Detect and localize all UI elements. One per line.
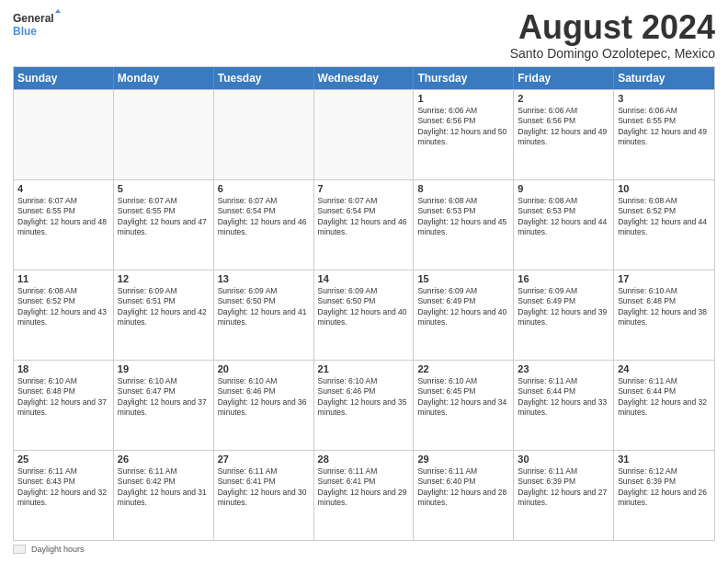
- calendar-cell: 20Sunrise: 6:10 AMSunset: 6:46 PMDayligh…: [214, 361, 314, 450]
- calendar-cell: [314, 90, 415, 179]
- cell-info: Sunrise: 6:08 AMSunset: 6:53 PMDaylight:…: [417, 196, 509, 238]
- location-subtitle: Santo Domingo Ozolotepec, Mexico: [510, 46, 715, 61]
- day-number: 17: [618, 273, 711, 284]
- calendar-header-cell: Saturday: [614, 67, 714, 89]
- calendar-header-cell: Sunday: [14, 67, 114, 89]
- calendar-cell: 1Sunrise: 6:06 AMSunset: 6:56 PMDaylight…: [414, 90, 514, 179]
- day-number: 11: [17, 273, 109, 284]
- day-number: 9: [518, 183, 609, 194]
- calendar-cell: [214, 90, 314, 179]
- header: General Blue August 2024 Santo Domingo O…: [13, 9, 715, 61]
- cell-info: Sunrise: 6:09 AMSunset: 6:50 PMDaylight:…: [318, 286, 410, 328]
- cell-info: Sunrise: 6:06 AMSunset: 6:55 PMDaylight:…: [618, 106, 711, 148]
- legend-swatch: [13, 545, 26, 554]
- day-number: 15: [417, 273, 509, 284]
- calendar: SundayMondayTuesdayWednesdayThursdayFrid…: [13, 66, 715, 541]
- logo-svg: General Blue: [13, 9, 61, 42]
- calendar-cell: 30Sunrise: 6:11 AMSunset: 6:39 PMDayligh…: [514, 451, 614, 540]
- legend-label: Daylight hours: [31, 545, 85, 554]
- calendar-cell: 28Sunrise: 6:11 AMSunset: 6:41 PMDayligh…: [314, 451, 415, 540]
- cell-info: Sunrise: 6:11 AMSunset: 6:39 PMDaylight:…: [518, 466, 609, 509]
- calendar-cell: 23Sunrise: 6:11 AMSunset: 6:44 PMDayligh…: [514, 361, 614, 450]
- svg-marker-2: [55, 9, 61, 13]
- day-number: 22: [417, 363, 509, 374]
- day-number: 8: [417, 183, 509, 194]
- cell-info: Sunrise: 6:06 AMSunset: 6:56 PMDaylight:…: [417, 106, 509, 148]
- calendar-cell: [114, 90, 214, 179]
- cell-info: Sunrise: 6:12 AMSunset: 6:39 PMDaylight:…: [618, 466, 711, 509]
- calendar-cell: 21Sunrise: 6:10 AMSunset: 6:46 PMDayligh…: [314, 361, 415, 450]
- cell-info: Sunrise: 6:09 AMSunset: 6:49 PMDaylight:…: [417, 286, 509, 328]
- day-number: 13: [218, 273, 310, 284]
- calendar-header-cell: Friday: [514, 67, 614, 89]
- cell-info: Sunrise: 6:07 AMSunset: 6:55 PMDaylight:…: [118, 196, 210, 238]
- day-number: 26: [118, 454, 210, 465]
- day-number: 3: [618, 93, 711, 104]
- cell-info: Sunrise: 6:11 AMSunset: 6:43 PMDaylight:…: [17, 466, 109, 509]
- cell-info: Sunrise: 6:11 AMSunset: 6:42 PMDaylight:…: [118, 466, 210, 509]
- calendar-cell: 18Sunrise: 6:10 AMSunset: 6:48 PMDayligh…: [14, 361, 114, 450]
- calendar-cell: 3Sunrise: 6:06 AMSunset: 6:55 PMDaylight…: [614, 90, 714, 179]
- calendar-cell: 15Sunrise: 6:09 AMSunset: 6:49 PMDayligh…: [414, 270, 514, 360]
- cell-info: Sunrise: 6:09 AMSunset: 6:50 PMDaylight:…: [218, 286, 310, 328]
- calendar-cell: 17Sunrise: 6:10 AMSunset: 6:48 PMDayligh…: [614, 270, 714, 360]
- cell-info: Sunrise: 6:10 AMSunset: 6:46 PMDaylight:…: [318, 376, 410, 419]
- day-number: 6: [218, 183, 310, 194]
- calendar-cell: 7Sunrise: 6:07 AMSunset: 6:54 PMDaylight…: [314, 180, 415, 270]
- day-number: 4: [17, 183, 109, 194]
- calendar-cell: 4Sunrise: 6:07 AMSunset: 6:55 PMDaylight…: [14, 180, 114, 270]
- calendar-cell: 12Sunrise: 6:09 AMSunset: 6:51 PMDayligh…: [114, 270, 214, 360]
- day-number: 19: [118, 363, 210, 374]
- calendar-cell: 25Sunrise: 6:11 AMSunset: 6:43 PMDayligh…: [14, 451, 114, 540]
- calendar-week-row: 1Sunrise: 6:06 AMSunset: 6:56 PMDaylight…: [14, 89, 714, 179]
- cell-info: Sunrise: 6:07 AMSunset: 6:54 PMDaylight:…: [218, 196, 310, 238]
- day-number: 21: [318, 363, 410, 374]
- page: General Blue August 2024 Santo Domingo O…: [0, 0, 728, 563]
- day-number: 12: [118, 273, 210, 284]
- calendar-cell: 5Sunrise: 6:07 AMSunset: 6:55 PMDaylight…: [114, 180, 214, 270]
- day-number: 16: [518, 273, 609, 284]
- cell-info: Sunrise: 6:06 AMSunset: 6:56 PMDaylight:…: [518, 106, 609, 148]
- calendar-header-row: SundayMondayTuesdayWednesdayThursdayFrid…: [14, 67, 714, 89]
- calendar-week-row: 25Sunrise: 6:11 AMSunset: 6:43 PMDayligh…: [14, 450, 714, 540]
- day-number: 5: [118, 183, 210, 194]
- day-number: 2: [518, 93, 609, 104]
- calendar-cell: 13Sunrise: 6:09 AMSunset: 6:50 PMDayligh…: [214, 270, 314, 360]
- cell-info: Sunrise: 6:07 AMSunset: 6:55 PMDaylight:…: [17, 196, 109, 238]
- calendar-body: 1Sunrise: 6:06 AMSunset: 6:56 PMDaylight…: [14, 89, 714, 540]
- calendar-cell: 8Sunrise: 6:08 AMSunset: 6:53 PMDaylight…: [414, 180, 514, 270]
- day-number: 27: [218, 454, 310, 465]
- calendar-cell: 31Sunrise: 6:12 AMSunset: 6:39 PMDayligh…: [614, 451, 714, 540]
- day-number: 14: [318, 273, 410, 284]
- calendar-header-cell: Thursday: [414, 67, 514, 89]
- calendar-header-cell: Tuesday: [214, 67, 314, 89]
- day-number: 31: [618, 454, 711, 465]
- cell-info: Sunrise: 6:11 AMSunset: 6:41 PMDaylight:…: [318, 466, 410, 509]
- calendar-cell: [14, 90, 114, 179]
- day-number: 7: [318, 183, 410, 194]
- day-number: 30: [518, 454, 609, 465]
- calendar-week-row: 11Sunrise: 6:08 AMSunset: 6:52 PMDayligh…: [14, 270, 714, 360]
- day-number: 20: [218, 363, 310, 374]
- svg-text:Blue: Blue: [13, 25, 37, 38]
- cell-info: Sunrise: 6:11 AMSunset: 6:40 PMDaylight:…: [417, 466, 509, 509]
- calendar-cell: 27Sunrise: 6:11 AMSunset: 6:41 PMDayligh…: [214, 451, 314, 540]
- calendar-header-cell: Wednesday: [314, 67, 415, 89]
- cell-info: Sunrise: 6:11 AMSunset: 6:44 PMDaylight:…: [518, 376, 609, 419]
- calendar-cell: 16Sunrise: 6:09 AMSunset: 6:49 PMDayligh…: [514, 270, 614, 360]
- logo: General Blue: [13, 9, 61, 42]
- day-number: 24: [618, 363, 711, 374]
- day-number: 25: [17, 454, 109, 465]
- title-block: August 2024 Santo Domingo Ozolotepec, Me…: [510, 9, 715, 61]
- calendar-cell: 19Sunrise: 6:10 AMSunset: 6:47 PMDayligh…: [114, 361, 214, 450]
- day-number: 1: [417, 93, 509, 104]
- svg-text:General: General: [13, 12, 54, 25]
- cell-info: Sunrise: 6:11 AMSunset: 6:44 PMDaylight:…: [618, 376, 711, 419]
- cell-info: Sunrise: 6:07 AMSunset: 6:54 PMDaylight:…: [318, 196, 410, 238]
- cell-info: Sunrise: 6:10 AMSunset: 6:47 PMDaylight:…: [118, 376, 210, 419]
- day-number: 23: [518, 363, 609, 374]
- calendar-cell: 26Sunrise: 6:11 AMSunset: 6:42 PMDayligh…: [114, 451, 214, 540]
- cell-info: Sunrise: 6:10 AMSunset: 6:46 PMDaylight:…: [218, 376, 310, 419]
- calendar-week-row: 4Sunrise: 6:07 AMSunset: 6:55 PMDaylight…: [14, 179, 714, 270]
- month-year-title: August 2024: [510, 9, 715, 46]
